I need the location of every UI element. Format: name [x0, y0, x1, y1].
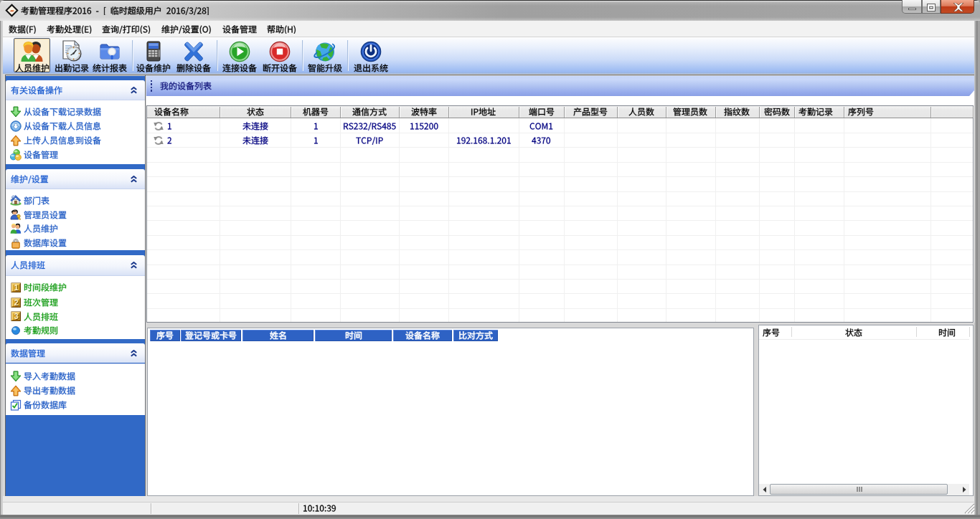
svg-text:2: 2 [14, 298, 18, 307]
svg-text:1: 1 [14, 283, 18, 292]
svg-text:3: 3 [14, 312, 18, 320]
